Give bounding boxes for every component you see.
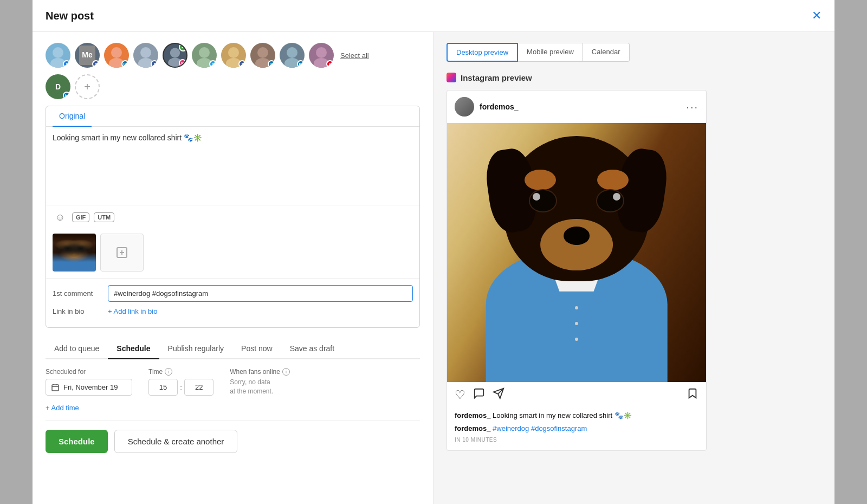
date-value: Fri, November 19 [63,383,118,391]
account-icon-10[interactable]: p [309,43,334,68]
account-icon-8[interactable]: in [250,43,275,68]
ig-caption-username: fordemos_ [455,411,490,419]
ig-card-header: fordemos_ ··· [447,91,706,123]
fans-no-data-text: Sorry, no dataat the moment. [230,378,290,396]
utm-button[interactable]: UTM [94,212,114,222]
add-time-link[interactable]: + Add time [46,404,420,412]
time-label: Time i [148,368,213,376]
tab-save-as-draft[interactable]: Save as draft [281,339,344,359]
ig-bookmark-icon[interactable] [687,387,698,403]
time-info-icon: i [165,368,172,376]
gif-button[interactable]: GIF [72,212,89,222]
account-badge-3: in [121,60,129,68]
ig-caption-text: Looking smart in my new collared shirt 🐾… [493,411,632,419]
svg-point-14 [257,47,268,58]
left-panel: f Me f in f [33,32,434,504]
svg-point-4 [111,47,122,58]
fans-info-icon: i [282,368,290,376]
svg-point-0 [53,47,63,58]
schedule-create-another-button[interactable]: Schedule & create another [114,430,238,453]
add-media-button[interactable] [100,234,144,272]
account-badge-1: f [63,60,70,68]
comment-input[interactable] [108,285,413,302]
account-badge-7: f [238,60,246,68]
account-badge-9: in [297,60,305,68]
modal-title: New post [46,10,94,22]
calendar-icon [51,384,59,391]
account-icons-row: f Me f in f [46,43,420,68]
tab-mobile-preview[interactable]: Mobile preview [518,43,583,62]
post-text-area[interactable]: Looking smart in my new collared shirt 🐾… [46,127,419,203]
fans-online-label: When fans online i [230,368,290,376]
ig-share-icon[interactable] [493,387,504,403]
account-icon-6[interactable]: t [192,43,217,68]
action-tabs: Add to queue Schedule Publish regularly … [46,339,420,359]
tab-schedule[interactable]: Schedule [108,339,159,359]
svg-point-8 [170,48,180,57]
account-icon-2[interactable]: Me f [75,43,100,68]
account-second-row: D in + [46,74,420,99]
scheduled-for-label: Scheduled for [46,368,132,376]
account-icon-7[interactable]: f [221,43,246,68]
instagram-icon [447,73,456,82]
media-thumbnail-1[interactable] [53,234,96,272]
tab-publish-regularly[interactable]: Publish regularly [159,339,233,359]
instagram-preview-label: Instagram preview [447,73,821,82]
ig-actions: ♡ [447,382,706,408]
editor-tabs: Original [46,106,419,127]
tab-desktop-preview[interactable]: Desktop preview [447,43,518,62]
account-icon-5[interactable]: ✓ ig [163,43,187,68]
media-row [46,229,419,278]
ig-hashtag-tags: #weinerdog #dogsofinstagram [493,424,587,432]
ig-caption: fordemos_ Looking smart in my new collar… [447,408,706,424]
account-badge-6: t [209,60,217,68]
account-badge-10: p [326,60,334,68]
account-badge-2: f [92,60,100,68]
ig-username: fordemos_ [480,102,681,111]
account-icon-4[interactable]: f [133,43,158,68]
ig-avatar [455,97,474,117]
account-icon-11[interactable]: D in [46,74,70,99]
first-comment-row: 1st comment [53,285,413,302]
tab-add-to-queue[interactable]: Add to queue [46,339,108,359]
instagram-card: fordemos_ ··· [447,90,707,451]
date-input[interactable]: Fri, November 19 [46,379,132,396]
divider [46,421,420,421]
svg-point-12 [228,47,239,58]
schedule-button[interactable]: Schedule [46,430,108,453]
account-badge-5: ig [179,59,186,67]
link-in-bio-row: Link in bio + Add link in bio [53,307,413,315]
account-badge-8: in [268,60,275,68]
account-icon-1[interactable]: f [46,43,70,68]
add-link-bio-button[interactable]: + Add link in bio [108,307,157,315]
tab-post-now[interactable]: Post now [232,339,281,359]
select-all-link[interactable]: Select all [340,51,369,60]
fans-online-group: When fans online i Sorry, no dataat the … [230,368,290,396]
time-inputs: : [148,379,213,396]
time-group: Time i : [148,368,213,396]
svg-point-16 [287,47,297,58]
ig-hashtag-handle: fordemos_ [455,424,490,432]
svg-rect-23 [52,385,59,391]
schedule-fields: Scheduled for Fri, November 19 Time i [46,368,420,396]
svg-point-6 [140,47,151,58]
svg-point-18 [316,47,327,58]
time-hour-input[interactable] [148,379,178,396]
account-icon-9[interactable]: in [280,43,305,68]
extra-fields: 1st comment Link in bio + Add link in bi… [46,278,419,327]
comment-label: 1st comment [53,289,101,298]
ig-time-label: IN 10 MINUTES [447,435,706,450]
tab-original[interactable]: Original [53,106,92,127]
right-panel: Desktop preview Mobile preview Calendar … [434,32,834,504]
account-icon-3[interactable]: in [104,43,129,68]
ig-comment-icon[interactable] [473,387,485,403]
time-minute-input[interactable] [184,379,213,396]
svg-text:Me: Me [82,50,93,59]
ig-more-button[interactable]: ··· [686,101,698,113]
ig-hashtags: fordemos_ #weinerdog #dogsofinstagram [447,424,706,435]
ig-heart-icon[interactable]: ♡ [455,388,465,402]
tab-calendar[interactable]: Calendar [583,43,630,62]
emoji-icon[interactable]: ☺ [53,210,68,225]
add-account-button[interactable]: + [75,74,100,99]
close-button[interactable]: ✕ [812,9,821,23]
